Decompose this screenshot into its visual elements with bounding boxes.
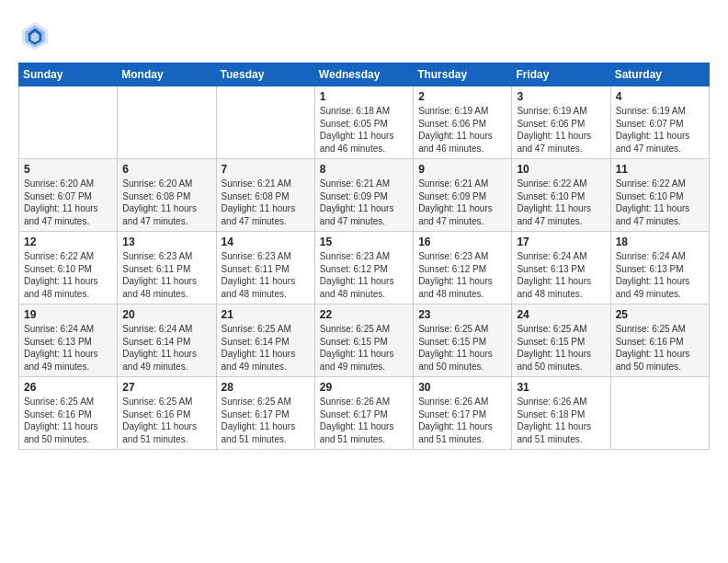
calendar-cell	[216, 86, 314, 159]
day-info: Sunrise: 6:18 AM Sunset: 6:05 PM Dayligh…	[320, 105, 408, 155]
day-info: Sunrise: 6:26 AM Sunset: 6:17 PM Dayligh…	[320, 396, 408, 445]
calendar-cell: 18Sunrise: 6:24 AM Sunset: 6:13 PM Dayli…	[610, 232, 709, 304]
day-number: 22	[320, 308, 408, 321]
day-info: Sunrise: 6:25 AM Sunset: 6:15 PM Dayligh…	[517, 323, 605, 373]
day-number: 25	[616, 308, 704, 321]
day-number: 3	[517, 90, 605, 103]
day-info: Sunrise: 6:21 AM Sunset: 6:09 PM Dayligh…	[320, 178, 408, 227]
weekday-header: Thursday	[414, 63, 512, 86]
calendar-cell: 27Sunrise: 6:25 AM Sunset: 6:16 PM Dayli…	[118, 377, 216, 450]
day-number: 5	[24, 163, 112, 176]
calendar-cell: 3Sunrise: 6:19 AM Sunset: 6:06 PM Daylig…	[512, 86, 610, 159]
weekday-header: Wednesday	[314, 63, 413, 86]
weekday-header: Tuesday	[216, 63, 314, 86]
day-number: 17	[517, 236, 605, 248]
calendar-cell: 6Sunrise: 6:20 AM Sunset: 6:08 PM Daylig…	[118, 159, 216, 232]
calendar-cell: 14Sunrise: 6:23 AM Sunset: 6:11 PM Dayli…	[216, 232, 314, 304]
day-number: 4	[616, 90, 704, 103]
calendar-cell: 8Sunrise: 6:21 AM Sunset: 6:09 PM Daylig…	[314, 159, 413, 232]
calendar-cell	[19, 86, 118, 159]
day-number: 21	[222, 308, 310, 321]
day-info: Sunrise: 6:19 AM Sunset: 6:07 PM Dayligh…	[616, 105, 704, 155]
day-info: Sunrise: 6:19 AM Sunset: 6:06 PM Dayligh…	[418, 105, 506, 155]
calendar-cell: 2Sunrise: 6:19 AM Sunset: 6:06 PM Daylig…	[414, 86, 512, 159]
calendar-cell: 20Sunrise: 6:24 AM Sunset: 6:14 PM Dayli…	[118, 304, 216, 377]
day-info: Sunrise: 6:25 AM Sunset: 6:16 PM Dayligh…	[122, 396, 210, 445]
calendar-cell: 10Sunrise: 6:22 AM Sunset: 6:10 PM Dayli…	[512, 159, 610, 232]
calendar-cell: 21Sunrise: 6:25 AM Sunset: 6:14 PM Dayli…	[216, 304, 314, 377]
page: SundayMondayTuesdayWednesdayThursdayFrid…	[0, 0, 728, 563]
day-info: Sunrise: 6:22 AM Sunset: 6:10 PM Dayligh…	[517, 178, 605, 227]
calendar-week-row: 12Sunrise: 6:22 AM Sunset: 6:10 PM Dayli…	[19, 232, 710, 304]
calendar-cell: 22Sunrise: 6:25 AM Sunset: 6:15 PM Dayli…	[314, 304, 413, 377]
calendar-week-row: 1Sunrise: 6:18 AM Sunset: 6:05 PM Daylig…	[19, 86, 710, 159]
day-number: 7	[222, 163, 310, 176]
day-info: Sunrise: 6:24 AM Sunset: 6:14 PM Dayligh…	[122, 323, 210, 373]
day-number: 30	[418, 381, 506, 394]
day-number: 24	[517, 308, 605, 321]
calendar-cell	[118, 86, 216, 159]
day-info: Sunrise: 6:24 AM Sunset: 6:13 PM Dayligh…	[616, 250, 704, 300]
day-number: 13	[122, 236, 210, 248]
day-info: Sunrise: 6:23 AM Sunset: 6:12 PM Dayligh…	[320, 250, 408, 300]
calendar-week-row: 19Sunrise: 6:24 AM Sunset: 6:13 PM Dayli…	[19, 304, 710, 377]
calendar-cell: 15Sunrise: 6:23 AM Sunset: 6:12 PM Dayli…	[314, 232, 413, 304]
weekday-header: Sunday	[19, 63, 118, 86]
calendar-cell: 1Sunrise: 6:18 AM Sunset: 6:05 PM Daylig…	[314, 86, 413, 159]
day-number: 15	[320, 236, 408, 248]
calendar-cell: 23Sunrise: 6:25 AM Sunset: 6:15 PM Dayli…	[414, 304, 512, 377]
day-info: Sunrise: 6:22 AM Sunset: 6:10 PM Dayligh…	[24, 250, 112, 300]
weekday-header-row: SundayMondayTuesdayWednesdayThursdayFrid…	[19, 63, 710, 86]
calendar-cell: 30Sunrise: 6:26 AM Sunset: 6:17 PM Dayli…	[414, 377, 512, 450]
day-info: Sunrise: 6:21 AM Sunset: 6:09 PM Dayligh…	[418, 178, 506, 227]
day-info: Sunrise: 6:25 AM Sunset: 6:15 PM Dayligh…	[320, 323, 408, 373]
calendar-cell: 17Sunrise: 6:24 AM Sunset: 6:13 PM Dayli…	[512, 232, 610, 304]
day-number: 18	[616, 236, 704, 248]
weekday-header: Monday	[118, 63, 216, 86]
calendar-cell: 5Sunrise: 6:20 AM Sunset: 6:07 PM Daylig…	[19, 159, 118, 232]
day-number: 6	[122, 163, 210, 176]
header	[18, 18, 710, 52]
weekday-header: Saturday	[610, 63, 709, 86]
day-number: 12	[24, 236, 112, 248]
day-number: 19	[24, 308, 112, 321]
day-number: 20	[122, 308, 210, 321]
calendar-cell: 28Sunrise: 6:25 AM Sunset: 6:17 PM Dayli…	[216, 377, 314, 450]
day-number: 29	[320, 381, 408, 394]
day-number: 23	[418, 308, 506, 321]
calendar-cell: 24Sunrise: 6:25 AM Sunset: 6:15 PM Dayli…	[512, 304, 610, 377]
day-number: 11	[616, 163, 704, 176]
calendar-table: SundayMondayTuesdayWednesdayThursdayFrid…	[18, 63, 710, 450]
day-info: Sunrise: 6:20 AM Sunset: 6:08 PM Dayligh…	[122, 178, 210, 227]
day-number: 1	[320, 90, 408, 103]
day-number: 16	[418, 236, 506, 248]
logo	[18, 18, 57, 52]
logo-icon	[18, 18, 51, 52]
day-number: 9	[418, 163, 506, 176]
calendar-cell: 11Sunrise: 6:22 AM Sunset: 6:10 PM Dayli…	[610, 159, 709, 232]
day-number: 2	[418, 90, 506, 103]
calendar-cell	[610, 377, 709, 450]
day-info: Sunrise: 6:25 AM Sunset: 6:16 PM Dayligh…	[616, 323, 704, 373]
calendar-cell: 31Sunrise: 6:26 AM Sunset: 6:18 PM Dayli…	[512, 377, 610, 450]
calendar-cell: 29Sunrise: 6:26 AM Sunset: 6:17 PM Dayli…	[314, 377, 413, 450]
day-number: 8	[320, 163, 408, 176]
day-info: Sunrise: 6:21 AM Sunset: 6:08 PM Dayligh…	[222, 178, 310, 227]
calendar-cell: 13Sunrise: 6:23 AM Sunset: 6:11 PM Dayli…	[118, 232, 216, 304]
day-info: Sunrise: 6:26 AM Sunset: 6:18 PM Dayligh…	[517, 396, 605, 445]
calendar-cell: 9Sunrise: 6:21 AM Sunset: 6:09 PM Daylig…	[414, 159, 512, 232]
day-number: 31	[517, 381, 605, 394]
calendar-cell: 19Sunrise: 6:24 AM Sunset: 6:13 PM Dayli…	[19, 304, 118, 377]
day-number: 14	[222, 236, 310, 248]
day-number: 26	[24, 381, 112, 394]
calendar-cell: 12Sunrise: 6:22 AM Sunset: 6:10 PM Dayli…	[19, 232, 118, 304]
day-info: Sunrise: 6:25 AM Sunset: 6:15 PM Dayligh…	[418, 323, 506, 373]
calendar-week-row: 5Sunrise: 6:20 AM Sunset: 6:07 PM Daylig…	[19, 159, 710, 232]
day-info: Sunrise: 6:24 AM Sunset: 6:13 PM Dayligh…	[517, 250, 605, 300]
day-info: Sunrise: 6:23 AM Sunset: 6:11 PM Dayligh…	[122, 250, 210, 300]
day-info: Sunrise: 6:24 AM Sunset: 6:13 PM Dayligh…	[24, 323, 112, 373]
weekday-header: Friday	[512, 63, 610, 86]
calendar-cell: 26Sunrise: 6:25 AM Sunset: 6:16 PM Dayli…	[19, 377, 118, 450]
day-info: Sunrise: 6:23 AM Sunset: 6:12 PM Dayligh…	[418, 250, 506, 300]
calendar-cell: 16Sunrise: 6:23 AM Sunset: 6:12 PM Dayli…	[414, 232, 512, 304]
